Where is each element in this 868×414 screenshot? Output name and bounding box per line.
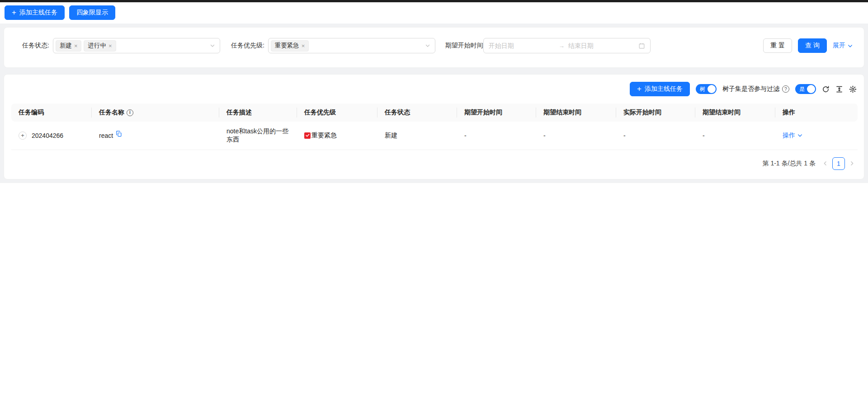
calendar-icon — [638, 42, 645, 49]
cell-task-name: react — [92, 122, 219, 150]
switch-knob — [708, 85, 716, 93]
query-button[interactable]: 查 询 — [798, 38, 827, 53]
chevron-down-icon — [210, 43, 215, 48]
cell-actions: 操作 — [775, 122, 858, 150]
col-expected-end-2: 期望结束时间 — [695, 104, 775, 122]
col-task-priority: 任务优先级 — [297, 104, 377, 122]
expand-toggle-link[interactable]: 展开 — [833, 42, 853, 50]
status-tag-inprogress-label: 进行中 — [88, 42, 106, 50]
table-toolbar: + 添加主线任务 树 树子集是否参与过滤 ? 是 — [11, 82, 857, 96]
quadrant-display-label: 四象限显示 — [76, 9, 108, 17]
date-range-picker[interactable]: → — [483, 38, 651, 53]
col-task-status: 任务状态 — [377, 104, 457, 122]
status-tag-new-label: 新建 — [60, 42, 72, 50]
priority-check-icon — [304, 132, 311, 139]
table-header-row: 任务编码 任务名称 i 任务描述 任务优先级 任务状态 期望开始时间 期望结束时… — [11, 104, 858, 122]
col-task-description: 任务描述 — [219, 104, 297, 122]
chevron-down-icon — [425, 43, 430, 48]
yes-switch-label: 是 — [799, 86, 805, 92]
cell-task-priority: 重要紧急 — [297, 122, 377, 150]
next-page-button[interactable] — [849, 160, 855, 166]
row-action-dropdown[interactable]: 操作 — [783, 132, 803, 140]
expected-start-time-label: 期望开始时间 — [445, 42, 483, 50]
status-tag-inprogress: 进行中 × — [84, 40, 116, 52]
column-height-icon[interactable] — [835, 85, 843, 93]
task-priority-value: 重要紧急 — [311, 132, 337, 140]
col-task-code: 任务编码 — [11, 104, 92, 122]
col-actions: 操作 — [775, 104, 858, 122]
tree-filter-text: 树子集是否参与过滤 — [722, 85, 779, 93]
task-description-value: note和task公用的一些东西 — [226, 127, 288, 143]
cell-expected-end: - — [536, 122, 616, 150]
col-task-name: 任务名称 i — [92, 104, 219, 122]
info-circle-icon[interactable]: i — [127, 109, 133, 116]
cell-task-description: note和task公用的一些东西 — [219, 122, 297, 150]
expected-end-value: - — [543, 132, 546, 139]
col-actual-start: 实际开始时间 — [616, 104, 695, 122]
cell-task-code: + 202404266 — [11, 122, 92, 150]
add-main-task-label: 添加主线任务 — [19, 9, 57, 17]
page-1-button[interactable]: 1 — [832, 157, 845, 170]
add-main-task-button-toolbar[interactable]: + 添加主线任务 — [630, 82, 690, 96]
add-main-task-toolbar-label: 添加主线任务 — [645, 85, 683, 93]
plus-icon: + — [12, 9, 16, 16]
pagination: 第 1-1 条/总共 1 条 1 — [11, 157, 857, 170]
task-name-value: react — [99, 132, 113, 139]
end-date-input[interactable] — [568, 42, 635, 49]
task-status-select[interactable]: 新建 × 进行中 × — [53, 38, 220, 53]
page-content: 任务状态: 新建 × 进行中 × 任务优先级: 重要紧急 — [0, 24, 868, 183]
cell-expected-end-2: - — [695, 122, 775, 150]
query-label: 查 询 — [805, 42, 820, 50]
gear-icon[interactable] — [849, 85, 857, 93]
cell-expected-start: - — [457, 122, 536, 150]
filter-task-priority: 任务优先级: 重要紧急 × — [231, 38, 435, 53]
prev-page-button[interactable] — [822, 160, 828, 166]
task-priority-label: 任务优先级: — [231, 42, 264, 50]
reset-button[interactable]: 重 置 — [763, 38, 792, 53]
expand-label: 展开 — [833, 42, 845, 50]
cell-actual-start: - — [616, 122, 695, 150]
reload-icon[interactable] — [822, 85, 830, 93]
close-icon[interactable]: × — [74, 43, 78, 49]
filter-actions: 重 置 查 询 展开 — [763, 38, 853, 53]
tree-mode-switch[interactable]: 树 — [696, 84, 717, 94]
close-icon[interactable]: × — [302, 43, 305, 49]
table-card: + 添加主线任务 树 树子集是否参与过滤 ? 是 — [4, 74, 864, 179]
actual-start-value: - — [623, 132, 626, 139]
chevron-down-icon — [797, 132, 803, 138]
tree-filter-switch[interactable]: 是 — [795, 84, 816, 94]
reset-label: 重 置 — [770, 42, 785, 50]
col-expected-end: 期望结束时间 — [536, 104, 616, 122]
priority-tag-urgent-label: 重要紧急 — [275, 42, 299, 50]
task-priority-select[interactable]: 重要紧急 × — [268, 38, 435, 53]
filter-expected-start-time: 期望开始时间 → — [445, 38, 651, 53]
status-tag-new: 新建 × — [56, 40, 82, 52]
expected-start-value: - — [464, 132, 467, 139]
filter-task-status: 任务状态: 新建 × 进行中 × — [22, 38, 220, 53]
quadrant-display-button[interactable]: 四象限显示 — [69, 5, 115, 20]
tree-switch-label: 树 — [700, 86, 705, 92]
start-date-input[interactable] — [489, 42, 555, 49]
task-table: 任务编码 任务名称 i 任务描述 任务优先级 任务状态 期望开始时间 期望结束时… — [11, 104, 858, 150]
question-circle-icon[interactable]: ? — [782, 85, 789, 93]
col-expected-start: 期望开始时间 — [457, 104, 536, 122]
filter-card: 任务状态: 新建 × 进行中 × 任务优先级: 重要紧急 — [4, 27, 864, 68]
row-action-label: 操作 — [783, 132, 795, 140]
close-icon[interactable]: × — [108, 43, 112, 49]
chevron-down-icon — [847, 43, 853, 49]
plus-icon: + — [637, 85, 642, 93]
switch-knob — [807, 85, 815, 93]
task-code-value: 202404266 — [32, 132, 63, 139]
add-main-task-button-top[interactable]: + 添加主线任务 — [5, 5, 65, 20]
priority-tag-urgent: 重要紧急 × — [271, 40, 309, 52]
expected-end-2-value: - — [703, 132, 705, 139]
cell-task-status: 新建 — [377, 122, 457, 150]
task-status-label: 任务状态: — [22, 42, 49, 50]
copy-icon[interactable] — [116, 131, 122, 137]
arrow-right-icon: → — [559, 42, 565, 49]
page-action-bar: + 添加主线任务 四象限显示 — [0, 2, 868, 24]
task-status-value: 新建 — [385, 132, 397, 139]
table-row: + 202404266 react — [11, 122, 858, 150]
row-expand-button[interactable]: + — [19, 132, 27, 140]
pagination-total: 第 1-1 条/总共 1 条 — [763, 160, 816, 168]
